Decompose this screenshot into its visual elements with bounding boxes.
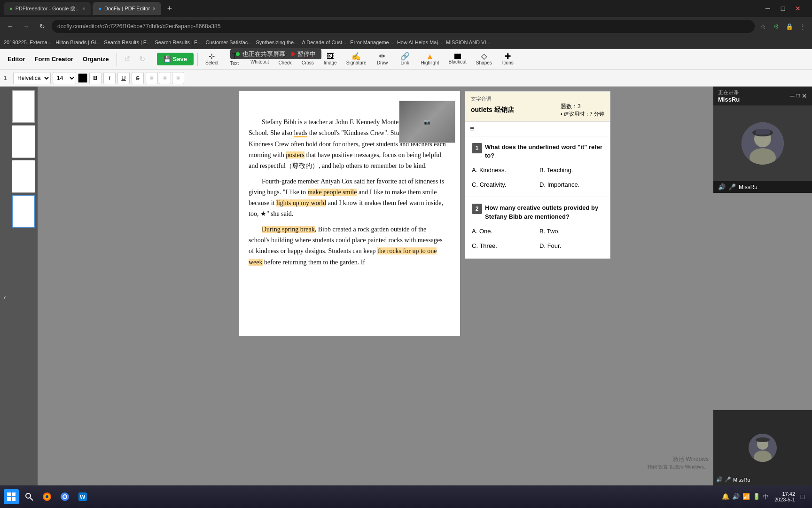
option-2b-label: B <box>539 228 544 235</box>
questions-panel: 文字音调 outlets 经销店 题数：3 • 建议用时：7 分钟 ≡ <box>465 91 610 259</box>
bookmark-4[interactable]: Search Results | E... <box>155 40 202 45</box>
video-close-icon[interactable]: ✕ <box>802 92 807 100</box>
select-label: Select <box>205 60 219 65</box>
bookmark-3[interactable]: Search Results | E... <box>104 40 151 45</box>
bookmark-2[interactable]: Hilton Brands | Gl... <box>55 40 100 45</box>
signature-tool[interactable]: ✍ Signature <box>343 52 370 66</box>
main-area: ‹ means/ways Stefany Bibb is a teacher a… <box>0 87 812 508</box>
bookmarks-bar: 20190225_Externa... Hilton Brands | Gl..… <box>0 36 812 49</box>
question-1-num: 1 <box>472 143 482 153</box>
font-size-select[interactable]: 14 <box>53 72 76 84</box>
underline-btn[interactable]: U <box>117 72 130 84</box>
thumbnail-2[interactable] <box>12 125 35 158</box>
option-1c[interactable]: C. Creativity. <box>472 179 536 190</box>
draw-icon: ✏ <box>379 53 385 60</box>
notif-text-sharing: 也正在共享屏幕 <box>242 50 285 58</box>
reload-btn[interactable]: ↻ <box>36 20 49 33</box>
option-2c[interactable]: C. Three. <box>472 240 536 251</box>
taskbar-app-icon[interactable]: W <box>75 489 90 504</box>
bold-btn[interactable]: B <box>89 72 102 84</box>
svg-point-8 <box>756 437 770 442</box>
link-tool[interactable]: 🔗 Link <box>395 52 415 66</box>
option-2d[interactable]: D. Four. <box>539 240 603 251</box>
more-options-icon[interactable]: ⋮ <box>797 21 808 32</box>
image-tool[interactable]: 🖼 Image <box>320 52 341 66</box>
svg-point-13 <box>26 493 31 498</box>
url-bar[interactable]: docfly.com/editor/c7c7226f10ebce77db0c/d… <box>52 20 755 33</box>
thumbnail-3[interactable] <box>12 160 35 193</box>
option-2b[interactable]: B. Two. <box>539 226 603 237</box>
icons-icon: ✚ <box>505 53 511 60</box>
extension-icon-2[interactable]: 🔒 <box>784 21 795 32</box>
option-1d[interactable]: D. Importance. <box>539 179 603 190</box>
tray-icon-2: 🔊 <box>732 493 740 501</box>
close-btn[interactable]: ✕ <box>791 2 804 15</box>
back-btn[interactable]: ← <box>4 20 17 33</box>
highlight-icon: ▲ <box>426 53 434 60</box>
font-family-select[interactable]: Helvetica <box>13 72 51 84</box>
taskbar-left: W <box>4 489 90 504</box>
italic-btn[interactable]: I <box>103 72 116 84</box>
strikethrough-btn[interactable]: S <box>132 72 144 84</box>
icons-label: Icons <box>502 60 514 65</box>
secondary-video-namebar: 🔊 🎤 MissRu <box>716 476 750 483</box>
text-color-swatch[interactable] <box>78 73 87 83</box>
option-1c-label: C <box>472 181 476 188</box>
minimize-btn[interactable]: ─ <box>761 2 774 15</box>
highlight-lights: lights up my world <box>276 199 326 206</box>
pdf-viewport[interactable]: means/ways Stefany Bibb is a teacher at … <box>38 87 812 508</box>
question-1-text: What does the underlined word "it" refer… <box>485 143 603 160</box>
bookmark-7[interactable]: A Decade of Cust... <box>302 40 346 45</box>
draw-tool[interactable]: ✏ Draw <box>372 52 393 66</box>
tab-close-btn[interactable]: × <box>83 6 86 11</box>
new-tab-btn[interactable]: + <box>163 2 176 15</box>
bookmark-6[interactable]: Synthesizing the... <box>256 40 298 45</box>
system-tray: 🔔 🔊 📶 🔋 中 <box>722 493 769 501</box>
bookmark-8[interactable]: Error Manageme... <box>350 40 393 45</box>
redo-btn[interactable]: ↻ <box>136 53 149 66</box>
shapes-tool[interactable]: ◇ Shapes <box>472 52 496 66</box>
forward-btn[interactable]: → <box>20 20 33 33</box>
thumbnail-4[interactable] <box>12 195 35 228</box>
left-panel-toggle[interactable]: ‹ <box>0 87 9 508</box>
select-tool[interactable]: ⊹ Select <box>202 52 222 66</box>
taskbar-firefox-icon[interactable] <box>39 489 55 504</box>
form-creator-btn[interactable]: Form Creator <box>31 55 77 64</box>
organize-btn[interactable]: Organize <box>79 55 113 64</box>
taskbar-search-icon[interactable] <box>22 489 37 504</box>
video-minimize-icon[interactable]: ─ <box>790 92 795 100</box>
extension-icon-1[interactable]: ⚙ <box>771 21 782 32</box>
video-secondary-window: 🔊 🎤 MissRu <box>713 410 812 485</box>
bookmark-5[interactable]: Customer Satisfac... <box>205 40 252 45</box>
tab-docfly[interactable]: ● DocFly | PDF Editor × <box>93 2 161 15</box>
editor-menu-btn[interactable]: Editor <box>4 55 29 64</box>
underlined-word-leads: leads <box>294 129 307 137</box>
video-expand-icon[interactable]: □ <box>796 92 800 100</box>
option-1b[interactable]: B. Teaching. <box>539 165 603 175</box>
align-right-btn[interactable]: ≡ <box>172 72 184 84</box>
notification-center-btn[interactable]: □ <box>797 491 808 502</box>
highlight-tool[interactable]: ▲ Highlight <box>417 52 443 66</box>
blackout-tool[interactable]: ■ Blackout <box>445 53 470 65</box>
save-button[interactable]: 💾 Save <box>157 53 194 65</box>
tab-pdffree[interactable]: ● PDFfreeeditor - Google 搜... × <box>4 2 91 15</box>
icons-tool[interactable]: ✚ Icons <box>498 52 518 66</box>
link-label: Link <box>400 60 409 65</box>
option-2a[interactable]: A. One. <box>472 226 536 237</box>
undo-btn[interactable]: ↺ <box>121 53 134 66</box>
tab-docfly-close[interactable]: × <box>153 6 156 11</box>
align-left-btn[interactable]: ≡ <box>146 72 158 84</box>
bookmark-10[interactable]: MISSION AND VI... <box>446 40 491 45</box>
option-1a[interactable]: A. Kindness. <box>472 165 536 175</box>
bookmark-9[interactable]: How AI Helps Maj... <box>397 40 442 45</box>
shapes-label: Shapes <box>476 60 492 65</box>
thumbnail-1[interactable] <box>12 90 35 123</box>
bookmark-1[interactable]: 20190225_Externa... <box>4 40 52 45</box>
bookmark-star-icon[interactable]: ☆ <box>757 21 769 32</box>
align-center-btn[interactable]: ≡ <box>159 72 171 84</box>
ime-cn[interactable]: 中 <box>763 493 769 501</box>
start-btn[interactable] <box>4 489 19 504</box>
option-1a-label: A <box>472 167 476 174</box>
maximize-btn[interactable]: □ <box>776 2 789 15</box>
taskbar-chrome-icon[interactable] <box>57 489 72 504</box>
